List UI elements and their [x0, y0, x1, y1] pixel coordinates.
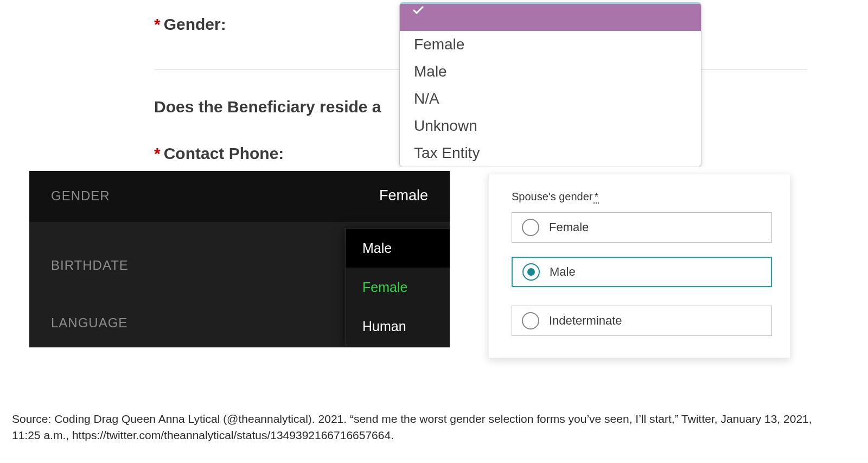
- option-label: Indeterminate: [549, 314, 622, 328]
- required-marker: *: [593, 191, 599, 204]
- option-label: Female: [414, 36, 464, 53]
- radio-icon: [522, 219, 539, 236]
- flyout-option-female[interactable]: Female: [346, 268, 450, 307]
- radio-option-male[interactable]: Male: [512, 257, 772, 287]
- radio-option-female[interactable]: Female: [512, 212, 772, 243]
- radio-icon: [522, 312, 539, 329]
- option-label: Tax Entity: [414, 144, 480, 161]
- required-marker: *: [154, 15, 161, 33]
- option-label: Unknown: [414, 117, 477, 134]
- dropdown-option-unknown[interactable]: Unknown: [400, 112, 701, 139]
- panel-light-form: *Gender: Does the Beneficiary reside a *…: [29, 0, 807, 167]
- panel-dark-settings: GENDER Female BIRTHDATE LANGUAGE Male Fe…: [29, 171, 450, 347]
- radio-option-indeterminate[interactable]: Indeterminate: [512, 306, 772, 336]
- gender-flyout-menu[interactable]: Male Female Human: [346, 228, 450, 346]
- settings-row-gender[interactable]: GENDER Female: [29, 171, 450, 222]
- row-value: Female: [379, 187, 428, 204]
- label-text: Contact Phone:: [164, 144, 284, 162]
- dropdown-option-taxentity[interactable]: Tax Entity: [400, 139, 701, 167]
- radio-dot-icon: [527, 268, 535, 276]
- option-label: Male: [362, 240, 392, 256]
- dropdown-option-na[interactable]: N/A: [400, 85, 701, 112]
- option-label: Female: [362, 280, 407, 295]
- row-label: GENDER: [51, 188, 110, 204]
- flyout-option-male[interactable]: Male: [346, 229, 450, 268]
- contact-phone-label: *Contact Phone:: [154, 144, 284, 163]
- gender-dropdown[interactable]: Female Male N/A Unknown Tax Entity: [399, 2, 701, 167]
- required-marker: *: [154, 144, 161, 162]
- beneficiary-question: Does the Beneficiary reside a: [154, 98, 381, 116]
- label-text: Spouse's gender: [512, 191, 592, 202]
- check-icon: [412, 4, 701, 17]
- dropdown-option-blank[interactable]: [400, 4, 701, 31]
- option-label: Male: [414, 63, 447, 80]
- option-label: Female: [549, 220, 589, 234]
- flyout-option-human[interactable]: Human: [346, 307, 450, 346]
- gender-field-label: *Gender:: [154, 15, 226, 34]
- field-label: Spouse's gender*: [512, 191, 599, 203]
- row-label: BIRTHDATE: [51, 258, 129, 273]
- radio-icon: [522, 263, 540, 281]
- dropdown-option-male[interactable]: Male: [400, 58, 701, 85]
- row-label: LANGUAGE: [51, 315, 127, 331]
- option-label: Human: [362, 319, 406, 334]
- option-label: N/A: [414, 90, 439, 107]
- panel-spouse-gender: Spouse's gender* Female Male Indetermina…: [488, 174, 790, 358]
- source-caption: Source: Coding Drag Queen Anna Lytical (…: [12, 411, 835, 444]
- dropdown-option-female[interactable]: Female: [400, 31, 701, 58]
- label-text: Gender:: [164, 15, 226, 33]
- option-label: Male: [550, 265, 576, 279]
